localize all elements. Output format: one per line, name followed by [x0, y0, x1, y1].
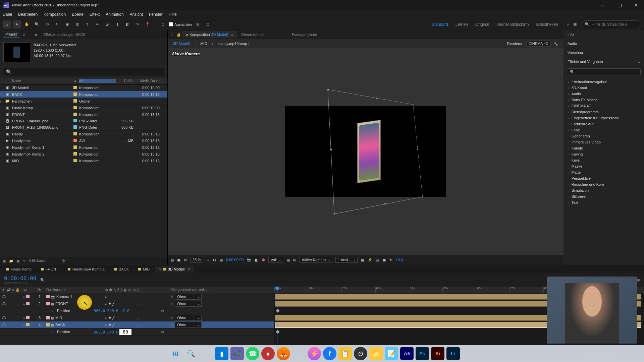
text-tool[interactable]: T — [83, 20, 91, 28]
timeline-tab[interactable]: BACK — [110, 266, 133, 273]
menu-komposition[interactable]: Komposition — [44, 12, 66, 17]
ruler-tick[interactable]: 06s — [476, 287, 509, 293]
brush-tool[interactable]: 🖌 — [103, 20, 111, 28]
guides-icon[interactable]: ▣ — [177, 258, 180, 262]
effect-category[interactable]: Text — [564, 199, 644, 205]
ruler-tick[interactable]: 03s — [375, 287, 409, 293]
start-button[interactable]: ⊞ — [169, 347, 182, 360]
effects-search[interactable]: 🔍 — [567, 68, 641, 75]
app-6[interactable]: ♟ — [292, 347, 306, 360]
property-row[interactable]: ⊙Position960,0 540,0 ⊚ — [0, 328, 274, 336]
facebook[interactable]: f — [323, 347, 336, 360]
effect-category[interactable]: Immersives Video — [564, 139, 644, 145]
workspace-bibliotheken[interactable]: Bibliotheken — [536, 22, 558, 27]
project-item[interactable]: ▣Handy.mp4 Komp 1Komposition0:00:13:16 — [0, 144, 167, 151]
effect-category[interactable]: Farbkorrektur — [564, 121, 644, 127]
ruler-tick[interactable]: 01s — [308, 287, 341, 293]
timeline-tab[interactable]: FRONT — [37, 266, 62, 273]
playhead[interactable] — [277, 287, 277, 355]
effect-category[interactable]: Generieren — [564, 133, 644, 139]
ruler-tick[interactable]: 07s — [509, 287, 543, 293]
transparency-icon[interactable]: ▦ — [286, 258, 290, 262]
orbit-tool[interactable]: ⟲ — [43, 20, 51, 28]
effect-category[interactable]: Keying — [564, 151, 644, 157]
menu-hilfe[interactable]: Hilfe — [169, 12, 177, 17]
lightroom[interactable]: Lr — [446, 347, 460, 360]
hand-tool[interactable]: ✋ — [23, 20, 31, 28]
timeline-tab[interactable]: × 3D Modell ≡ — [155, 266, 194, 273]
tl-tool-6[interactable]: ⊞ — [637, 278, 640, 282]
project-search[interactable] — [3, 68, 164, 76]
wrench-icon[interactable]: 🔧 — [553, 42, 558, 46]
app-17[interactable]: 🛍 — [462, 347, 475, 360]
info-panel[interactable]: Info — [564, 30, 644, 39]
solo-col-icon[interactable]: ● — [12, 288, 14, 292]
lock-col-icon[interactable]: 🔒 — [15, 288, 19, 292]
project-item[interactable]: ▣HandyKomposition0:00:13:16 — [0, 131, 167, 137]
ruler-tick[interactable]: 04s — [409, 287, 442, 293]
effect-category[interactable]: Perspektive — [564, 175, 644, 181]
app-2[interactable]: 📹 — [230, 347, 244, 360]
project-item[interactable]: 🖼FRONT_RGB_1840886.pngPNG-Datei503 KB — [0, 124, 167, 131]
project-item[interactable]: ▣Handy.mp4 Komp 2Komposition0:00:13:16 — [0, 151, 167, 158]
stamp-tool[interactable]: ▮ — [113, 20, 121, 28]
task-view[interactable]: ▢▢ — [200, 347, 213, 360]
eraser-tool[interactable]: ◧ — [123, 20, 131, 28]
new-folder-icon[interactable]: 📁 — [9, 259, 13, 263]
layer-row[interactable]: ▸ 2 ▦ FRONT⊕ ✱ ╱⊡⊚ Ohne — [0, 300, 274, 307]
project-item[interactable]: ▣Finale KompKomposition0:00:10:00 — [0, 105, 167, 111]
close-button[interactable]: ✕ — [631, 0, 641, 10]
puppet-tool[interactable]: 📍 — [144, 20, 152, 28]
renderer-select[interactable]: CINEMA 4D — [526, 41, 551, 47]
project-item[interactable]: ▣3D ModellKomposition0:00:10:00 — [0, 84, 167, 91]
timeline-tab[interactable]: Handy.mp4 Komp 1 — [64, 266, 109, 273]
timeline-tab[interactable]: Finale Komp — [2, 266, 36, 273]
search-icon[interactable]: 🔍 — [40, 278, 45, 282]
menu-datei[interactable]: Datei — [3, 12, 12, 17]
home-icon[interactable]: ⌂ — [3, 20, 11, 28]
messenger[interactable]: ⚡ — [308, 347, 321, 360]
footage-viewer-tab[interactable]: Footage (ohne) — [288, 31, 320, 38]
snap-icon[interactable]: ⊡ — [159, 20, 167, 28]
breadcrumb-3[interactable]: Handy.mp4 Komp 1 — [218, 42, 250, 46]
workspace-original[interactable]: Original — [475, 22, 489, 27]
3d-icon[interactable]: ⊞ — [293, 258, 296, 262]
res-icon[interactable]: ⊡ — [213, 258, 216, 262]
firefox[interactable]: 🦊 — [277, 347, 290, 360]
bit-depth[interactable]: 8-Bit-Kanal — [29, 259, 45, 263]
preview-panel[interactable]: Vorschau — [564, 48, 644, 57]
workspace-standard[interactable]: Standard — [432, 22, 448, 27]
zoom-select[interactable]: 25 % — [190, 257, 203, 263]
effect-category[interactable]: 3D-Kanal — [564, 85, 644, 91]
effect-category[interactable]: CINEMA 4D — [564, 103, 644, 109]
exposure-icon[interactable]: ☀ — [389, 258, 392, 262]
panel-icon[interactable]: ▦ — [571, 20, 579, 28]
speaker-col-icon[interactable]: 🔊 — [7, 288, 11, 292]
current-time[interactable]: 0:00:00:00 — [226, 258, 244, 262]
menu-ebene[interactable]: Ebene — [72, 12, 84, 17]
effect-category[interactable]: Dienstprogramm — [564, 109, 644, 115]
effect-category[interactable]: * Animationsvorgaben — [564, 79, 644, 85]
project-item[interactable]: ▶Handy.mp4AVI... MB0:00:13:16 — [0, 137, 167, 144]
ruler-tick[interactable]: 05s — [442, 287, 476, 293]
menu-fenster[interactable]: Fenster — [149, 12, 163, 17]
timeline-tab[interactable]: MID — [134, 266, 154, 273]
audio-panel[interactable]: Audio — [564, 39, 644, 48]
roto-tool[interactable]: ✎ — [133, 20, 142, 28]
project-item[interactable]: ▣MIDKomposition0:00:13:16 — [0, 158, 167, 164]
effect-category[interactable]: Keys — [564, 157, 644, 163]
menu-bearbeiten[interactable]: Bearbeiten — [18, 12, 38, 17]
exposure-value[interactable]: +0,0 — [396, 258, 403, 262]
pen-tool[interactable]: ✒ — [93, 20, 101, 28]
maximize-button[interactable]: ▢ — [614, 0, 625, 10]
breadcrumb-2[interactable]: MID — [200, 42, 207, 46]
after-effects[interactable]: Ae — [400, 347, 414, 360]
help-search[interactable]: 🔍 — [581, 20, 641, 28]
mask-icon[interactable]: ⊡ — [204, 20, 212, 28]
workspace-lernen[interactable]: Lernen — [455, 22, 468, 27]
new-comp-icon[interactable]: ▣ — [16, 259, 19, 263]
timecode[interactable]: 0:00:00:00 — [4, 275, 36, 282]
effect-category[interactable]: Kanäle — [564, 145, 644, 151]
app-1[interactable]: ▮ — [215, 347, 228, 360]
menu-ansicht[interactable]: Ansicht — [130, 12, 143, 17]
